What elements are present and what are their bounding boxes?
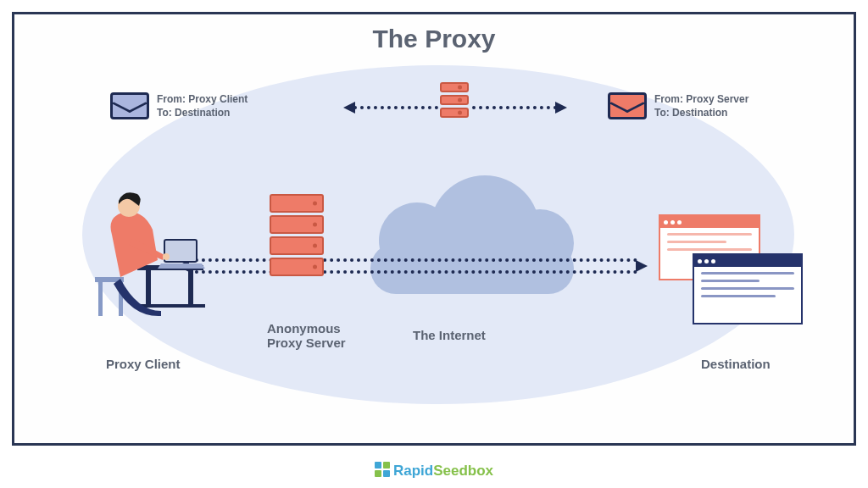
main-arrow-top xyxy=(188,258,637,262)
envelope-icon-right xyxy=(608,92,647,119)
top-arrow-right-head xyxy=(555,102,567,114)
server-icon-small xyxy=(440,82,469,120)
brand-logo-icon xyxy=(375,462,390,477)
top-arrow-left-seg xyxy=(353,106,438,109)
svg-marker-5 xyxy=(158,263,205,269)
diagram-frame: The Proxy From: Proxy Client To: Destina… xyxy=(12,12,856,446)
label-proxy-server: Anonymous Proxy Server xyxy=(267,321,346,350)
svg-rect-2 xyxy=(188,269,193,306)
brand-text-seedbox: Seedbox xyxy=(433,463,493,479)
envelope-right-text: From: Proxy Server To: Destination xyxy=(654,92,748,119)
envelope-icon-left xyxy=(110,92,149,119)
envelope-left-from: From: Proxy Client xyxy=(157,92,248,106)
label-proxy-client: Proxy Client xyxy=(106,357,181,371)
envelope-left-to: To: Destination xyxy=(157,106,248,119)
svg-rect-4 xyxy=(164,240,197,262)
server-icon-main xyxy=(270,194,324,279)
main-arrow-right-head xyxy=(636,260,648,272)
person-laptop-icon xyxy=(86,184,214,328)
cloud-icon xyxy=(362,167,582,302)
diagram-title: The Proxy xyxy=(14,25,854,53)
top-arrow-left-head xyxy=(343,102,355,114)
label-destination: Destination xyxy=(701,357,771,371)
brand-text-rapid: Rapid xyxy=(393,463,433,479)
browser-window-front-icon xyxy=(693,253,803,324)
top-arrow-right-seg xyxy=(472,106,557,109)
svg-point-10 xyxy=(163,253,170,260)
svg-rect-7 xyxy=(98,282,103,316)
envelope-left-text: From: Proxy Client To: Destination xyxy=(157,92,248,119)
label-internet: The Internet xyxy=(413,328,486,342)
envelope-right-from: From: Proxy Server xyxy=(654,92,748,106)
main-arrow-bottom xyxy=(188,270,637,274)
envelope-right-to: To: Destination xyxy=(654,106,748,119)
svg-rect-1 xyxy=(146,269,151,306)
brand-footer: RapidSeedbox xyxy=(0,462,868,480)
